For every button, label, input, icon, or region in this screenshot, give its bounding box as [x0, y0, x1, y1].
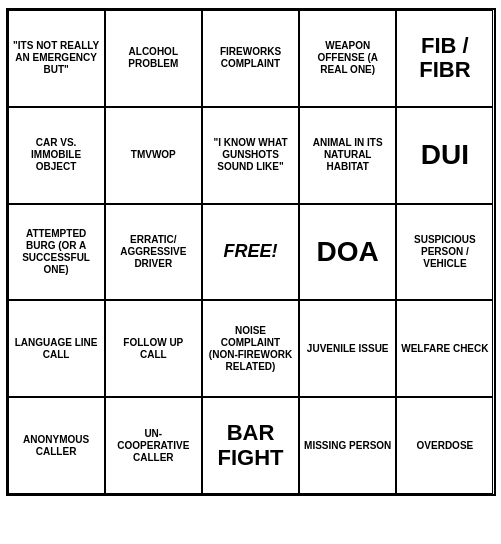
bingo-cell-17: NOISE COMPLAINT (NON-FIREWORK RELATED) [202, 300, 299, 397]
bingo-cell-1: ALCOHOL PROBLEM [105, 10, 202, 107]
bingo-cell-14: SUSPICIOUS PERSON / VEHICLE [396, 204, 493, 301]
bingo-cell-2: FIREWORKS COMPLAINT [202, 10, 299, 107]
bingo-cell-8: ANIMAL IN ITS NATURAL HABITAT [299, 107, 396, 204]
bingo-cell-3: WEAPON OFFENSE (A REAL ONE) [299, 10, 396, 107]
bingo-cell-18: JUVENILE ISSUE [299, 300, 396, 397]
bingo-cell-11: ERRATIC/ AGGRESSIVE DRIVER [105, 204, 202, 301]
bingo-cell-13: DOA [299, 204, 396, 301]
bingo-cell-7: "I KNOW WHAT GUNSHOTS SOUND LIKE" [202, 107, 299, 204]
bingo-grid: "ITS NOT REALLY AN EMERGENCY BUT"ALCOHOL… [6, 8, 496, 496]
bingo-title [0, 0, 501, 8]
bingo-cell-6: TMVWOP [105, 107, 202, 204]
bingo-cell-24: OVERDOSE [396, 397, 493, 494]
bingo-cell-5: CAR VS. IMMOBILE OBJECT [8, 107, 105, 204]
bingo-cell-22: BAR FIGHT [202, 397, 299, 494]
bingo-cell-12: Free! [202, 204, 299, 301]
bingo-cell-0: "ITS NOT REALLY AN EMERGENCY BUT" [8, 10, 105, 107]
bingo-cell-15: LANGUAGE LINE CALL [8, 300, 105, 397]
bingo-cell-20: ANONYMOUS CALLER [8, 397, 105, 494]
bingo-cell-23: MISSING PERSON [299, 397, 396, 494]
bingo-cell-9: DUI [396, 107, 493, 204]
bingo-cell-19: WELFARE CHECK [396, 300, 493, 397]
bingo-cell-4: FIB / FIBR [396, 10, 493, 107]
bingo-cell-10: ATTEMPTED BURG (OR A SUCCESSFUL ONE) [8, 204, 105, 301]
bingo-cell-16: FOLLOW UP CALL [105, 300, 202, 397]
bingo-cell-21: UN-COOPERATIVE CALLER [105, 397, 202, 494]
